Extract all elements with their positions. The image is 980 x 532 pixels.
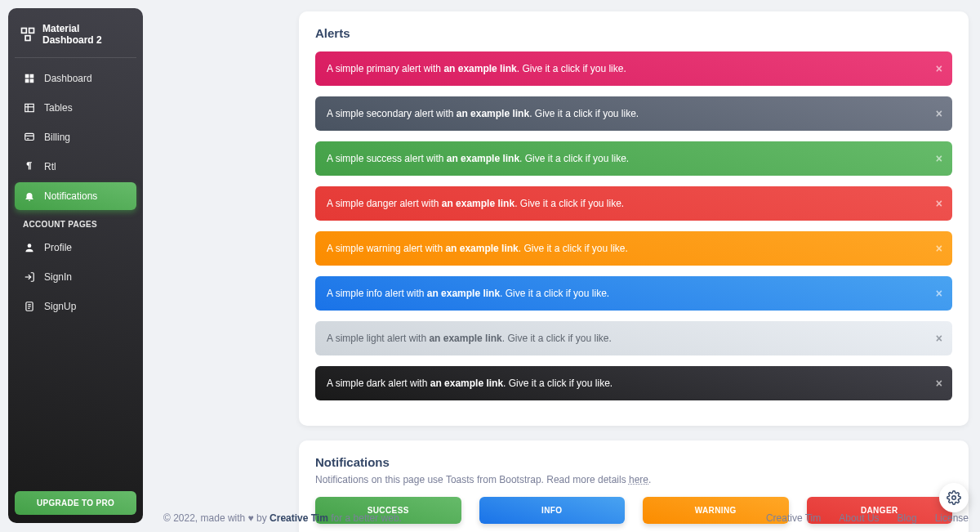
notifications-subtitle-pre: Notifications on this page use Toasts fr…: [315, 474, 629, 485]
close-icon[interactable]: ×: [936, 107, 942, 120]
footer-links: Creative TimAbout UsBlogLicense: [766, 512, 969, 524]
notifications-here-link[interactable]: here: [629, 474, 648, 485]
alert-text-pre: A simple warning alert with: [327, 243, 445, 254]
svg-rect-1: [29, 29, 34, 34]
svg-rect-7: [25, 104, 34, 111]
svg-rect-4: [30, 74, 34, 78]
alerts-title: Alerts: [315, 26, 952, 40]
close-icon[interactable]: ×: [936, 62, 942, 75]
svg-rect-10: [25, 133, 34, 140]
signup-icon: [23, 300, 36, 313]
alerts-list: A simple primary alert with an example l…: [315, 51, 952, 400]
footer-link[interactable]: Creative Tim: [766, 512, 821, 524]
sidebar-item-label: SignIn: [44, 271, 72, 283]
footer-copyright-pre: © 2022, made with: [163, 512, 248, 524]
alert-primary: A simple primary alert with an example l…: [315, 51, 952, 86]
close-icon[interactable]: ×: [936, 242, 942, 255]
footer-trail: for a better web.: [328, 512, 402, 524]
sidebar-item-label: Profile: [44, 242, 72, 253]
rtl-icon: [23, 160, 36, 173]
sidebar-section-label: ACCOUNT PAGES: [15, 212, 136, 232]
alert-text-trail: . Give it a click if you like.: [529, 108, 639, 119]
alert-text-trail: . Give it a click if you like.: [514, 198, 624, 209]
alert-secondary: A simple secondary alert with an example…: [315, 96, 952, 131]
svg-rect-2: [25, 36, 30, 41]
alert-example-link[interactable]: an example link: [443, 63, 516, 74]
alert-text-trail: . Give it a click if you like.: [502, 333, 612, 344]
close-icon[interactable]: ×: [936, 377, 942, 390]
sidebar-item-label: SignUp: [44, 301, 76, 312]
sidebar-item-signup[interactable]: SignUp: [15, 293, 136, 320]
sidebar: Material Dashboard 2 Dashboard Tables Bi…: [8, 8, 143, 523]
notifications-icon: [23, 190, 36, 203]
alert-text-pre: A simple primary alert with: [327, 63, 443, 74]
close-icon[interactable]: ×: [936, 287, 942, 300]
alert-example-link[interactable]: an example link: [442, 198, 514, 209]
footer-link[interactable]: License: [935, 512, 969, 524]
svg-rect-3: [25, 74, 29, 78]
sidebar-item-label: Tables: [44, 102, 73, 114]
sidebar-item-label: Notifications: [44, 190, 97, 202]
footer-link[interactable]: Blog: [898, 512, 917, 524]
footer: © 2022, made with ♥ by Creative Tim for …: [163, 512, 969, 524]
svg-rect-0: [22, 29, 27, 34]
close-icon[interactable]: ×: [936, 197, 942, 210]
sidebar-item-label: Billing: [44, 132, 70, 143]
svg-rect-5: [25, 79, 29, 83]
notifications-subtitle: Notifications on this page use Toasts fr…: [315, 474, 952, 485]
sidebar-item-tables[interactable]: Tables: [15, 94, 136, 122]
alert-example-link[interactable]: an example link: [429, 333, 501, 344]
alert-dark: A simple dark alert with an example link…: [315, 366, 952, 400]
alert-example-link[interactable]: an example link: [445, 243, 518, 254]
footer-author[interactable]: Creative Tim: [270, 512, 328, 524]
alert-danger: A simple danger alert with an example li…: [315, 186, 952, 221]
alert-success: A simple success alert with an example l…: [315, 141, 952, 176]
profile-icon: [23, 241, 36, 254]
settings-fab[interactable]: [939, 483, 969, 512]
footer-link[interactable]: About Us: [839, 512, 879, 524]
alert-example-link[interactable]: an example link: [430, 378, 503, 389]
close-icon[interactable]: ×: [936, 152, 942, 165]
alerts-card: Alerts A simple primary alert with an ex…: [299, 11, 969, 426]
sidebar-item-label: Dashboard: [44, 73, 92, 84]
sidebar-item-rtl[interactable]: Rtl: [15, 153, 136, 181]
alert-example-link[interactable]: an example link: [447, 153, 519, 164]
alert-text-trail: . Give it a click if you like.: [500, 288, 609, 299]
svg-rect-6: [30, 79, 34, 83]
brand: Material Dashboard 2: [15, 16, 136, 58]
main: Alerts A simple primary alert with an ex…: [163, 11, 969, 532]
brand-logo-icon: [20, 25, 36, 43]
notifications-subtitle-post: .: [648, 474, 651, 485]
sidebar-item-label: Rtl: [44, 161, 56, 172]
alert-text-pre: A simple success alert with: [327, 153, 447, 164]
footer-by: by: [254, 512, 270, 524]
alert-light: A simple light alert with an example lin…: [315, 321, 952, 355]
dashboard-icon: [23, 72, 36, 85]
alert-text-pre: A simple light alert with: [327, 333, 429, 344]
sidebar-item-notifications[interactable]: Notifications: [15, 182, 136, 210]
alert-text-pre: A simple info alert with: [327, 288, 427, 299]
sidebar-item-signin[interactable]: SignIn: [15, 263, 136, 291]
heart-icon: ♥: [248, 512, 254, 524]
tables-icon: [23, 101, 36, 114]
billing-icon: [23, 131, 36, 144]
close-icon[interactable]: ×: [936, 332, 942, 345]
alert-text-trail: . Give it a click if you like.: [519, 243, 628, 254]
footer-copyright: © 2022, made with ♥ by Creative Tim for …: [163, 512, 402, 524]
alert-example-link[interactable]: an example link: [427, 288, 500, 299]
alert-text-trail: . Give it a click if you like.: [503, 378, 612, 389]
sidebar-item-billing[interactable]: Billing: [15, 123, 136, 151]
brand-title: Material Dashboard 2: [42, 23, 131, 46]
svg-point-13: [28, 244, 32, 248]
sidebar-item-dashboard[interactable]: Dashboard: [15, 65, 136, 92]
notifications-title: Notifications: [315, 455, 952, 469]
upgrade-button[interactable]: UPGRADE TO PRO: [15, 491, 136, 515]
sidebar-item-profile[interactable]: Profile: [15, 234, 136, 262]
alert-example-link[interactable]: an example link: [457, 108, 529, 119]
svg-point-19: [952, 496, 956, 500]
alert-text-pre: A simple danger alert with: [327, 198, 442, 209]
sidebar-nav: Dashboard Tables Billing Rtl Notificatio…: [15, 65, 136, 320]
signin-icon: [23, 270, 36, 284]
gear-icon: [947, 490, 961, 505]
alert-info: A simple info alert with an example link…: [315, 276, 952, 311]
